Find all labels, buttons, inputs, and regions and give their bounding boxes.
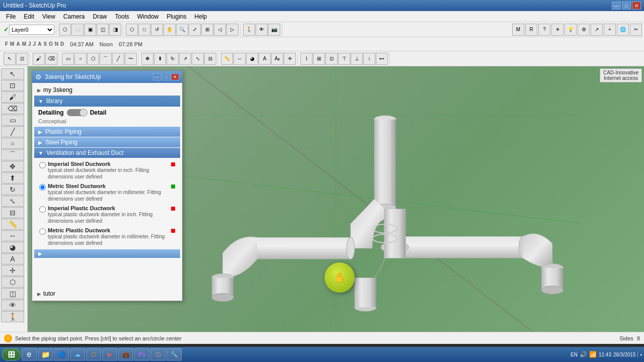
lt-axes[interactable]: ✛ [1,265,24,276]
lt-rotate[interactable]: ↻ [1,184,24,195]
view-right-btn[interactable]: ◫ [97,24,109,36]
lt-erase[interactable]: ⌫ [1,103,24,114]
sandbox1-btn[interactable]: ⌇ [300,53,312,65]
addloc-btn[interactable]: + [604,24,616,36]
ie-button[interactable]: e [22,348,37,360]
orbit-btn[interactable]: ↺ [151,24,163,36]
share-btn[interactable]: ↗ [591,24,603,36]
extension-btn[interactable]: ? [538,24,550,36]
task3[interactable]: ⬡ [86,348,101,360]
panel-close-btn[interactable]: ✕ [171,73,179,80]
lt-lookaround[interactable]: 👁 [1,300,24,311]
my-3skeng-item[interactable]: ▶ my 3skeng [34,85,180,95]
axes-btn[interactable]: ✛ [284,53,296,65]
panel-minimize-btn[interactable]: — [153,73,161,80]
lt-protractor[interactable]: ◕ [1,242,24,253]
text-btn[interactable]: A [259,53,271,65]
lt-text[interactable]: A [1,253,24,264]
erase-btn[interactable]: ⌫ [45,53,57,65]
start-button[interactable]: ⊞ [2,348,21,360]
rectangle-btn[interactable]: ▭ [62,53,74,65]
tape-btn[interactable]: 📏 [221,53,233,65]
freehand-btn[interactable]: 〜 [125,53,137,65]
next-btn[interactable]: ▷ [226,24,238,36]
lt-line[interactable]: ╱ [1,126,24,137]
look-around-btn[interactable]: 👁 [256,24,268,36]
offset-btn[interactable]: ⊟ [204,53,216,65]
menu-edit[interactable]: Edit [20,12,38,21]
imperial-plastic-radio[interactable] [39,206,46,213]
sandbox2-btn[interactable]: ⊞ [313,53,325,65]
task4[interactable]: ▶ [102,348,117,360]
menu-tools[interactable]: Tools [111,12,133,21]
3dtext-btn[interactable]: A₃ [271,53,283,65]
ruby-btn[interactable]: R [525,24,537,36]
close-button[interactable]: ✕ [632,2,641,10]
lt-circle[interactable]: ○ [1,138,24,149]
view-iso-btn[interactable]: ⬡ [59,24,71,36]
position-camera-btn[interactable]: 📷 [268,24,280,36]
panel-restore-btn[interactable]: □ [162,73,170,80]
viewport[interactable]: ✋ CAD-Innovative Internet access ⚙ 3sken… [28,66,644,332]
menu-plugins[interactable]: Plugins [163,12,190,21]
rotate-btn[interactable]: ↻ [167,53,179,65]
move-btn[interactable]: ✥ [141,53,153,65]
lt-component[interactable]: ⊡ [1,80,24,91]
high-vacuum-category[interactable]: ▶ [34,249,180,258]
sunpath-btn[interactable]: ☀ [551,24,564,36]
line-btn[interactable]: ╱ [112,53,124,65]
metric-steel-row[interactable]: Metric Steel Ductwork typical steel duct… [37,182,177,204]
sandbox4-btn[interactable]: ⊤ [338,53,350,65]
sandbox6-btn[interactable]: ↕ [363,53,375,65]
task2[interactable]: ☁ [70,348,85,360]
lt-move[interactable]: ✥ [1,161,24,172]
arc-btn[interactable]: ⌒ [100,53,112,65]
lt-arc[interactable]: ⌒ [1,149,24,160]
imperial-steel-row[interactable]: Imperial Steel Ductwork typical steel du… [37,159,177,182]
minimize-button[interactable]: — [612,2,621,10]
lt-tape[interactable]: 📏 [1,219,24,230]
sandbox5-btn[interactable]: ⊥ [351,53,363,65]
lt-offset[interactable]: ⊟ [1,207,24,218]
maximize-button[interactable]: □ [622,2,631,10]
zoom-btn[interactable]: 🔍 [176,24,188,36]
task5[interactable]: 💼 [118,348,133,360]
component-select-btn[interactable]: ⊡ [16,53,28,65]
show-desktop-btn[interactable]: ▪ [637,352,642,357]
metric-plastic-radio[interactable] [39,228,46,235]
menu-draw[interactable]: Draw [89,12,111,21]
walk-btn[interactable]: 🚶 [243,24,255,36]
lt-dimension[interactable]: ↔ [1,230,24,241]
pushpull-btn[interactable]: ⬆ [154,53,166,65]
view-top-btn[interactable]: ⬜ [71,24,84,36]
metric-plastic-row[interactable]: Metric Plastic Ductwork typical plastic … [37,226,177,248]
followme-btn[interactable]: ↗ [179,53,191,65]
menu-file[interactable]: File [2,12,20,21]
scissors-btn[interactable]: ✂ [630,24,642,36]
pan-btn[interactable]: ✋ [164,24,176,36]
explorer-button[interactable]: 📁 [38,348,53,360]
lt-select[interactable]: ↖ [1,68,24,79]
tutor-item[interactable]: ▶ tutor [34,289,180,299]
library-section[interactable]: ▼ library [34,96,180,107]
task1[interactable]: 🔵 [54,348,69,360]
sandbox3-btn[interactable]: ⊡ [326,53,338,65]
menu-window[interactable]: Window [133,12,163,21]
lt-rectangle[interactable]: ▭ [1,115,24,126]
metric-steel-radio[interactable] [39,184,46,191]
lt-camera1[interactable]: ⬡ [1,277,24,288]
view-back-btn[interactable]: ◨ [109,24,121,36]
steel-piping-category[interactable]: ▶ Steel Piping [34,137,180,147]
zoom-win-btn[interactable]: ⊞ [201,24,213,36]
select-btn[interactable]: ↖ [4,53,16,65]
view-front-btn[interactable]: ▣ [84,24,96,36]
menu-view[interactable]: View [38,12,59,21]
light-btn[interactable]: 💡 [565,24,577,36]
task8[interactable]: 🔧 [167,348,182,360]
protractor-btn[interactable]: ◕ [246,53,258,65]
ventilation-duct-category[interactable]: ▼ Ventilation and Exhaust Duct [34,148,180,158]
task6[interactable]: Ps [134,348,149,360]
circle-btn[interactable]: ○ [74,53,87,65]
layer-dropdown[interactable]: Layer0 [9,25,54,35]
scale-btn[interactable]: ⤡ [192,53,204,65]
